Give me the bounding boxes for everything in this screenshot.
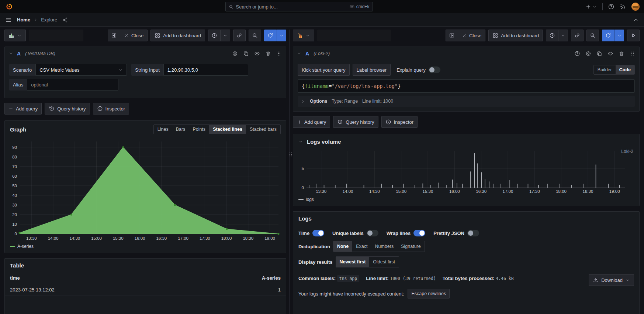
- drag-handle-icon[interactable]: [630, 51, 636, 57]
- alias-field[interactable]: optional: [27, 79, 118, 91]
- right-zoom-out-button[interactable]: [586, 30, 599, 41]
- inspector-button[interactable]: Inspector: [381, 116, 418, 128]
- query-options-row[interactable]: Options Type: Range Line limit: 1000: [298, 96, 635, 107]
- news-icon[interactable]: [620, 3, 626, 10]
- svg-text:19:00: 19:00: [609, 189, 620, 194]
- dedup-signature[interactable]: Signature: [397, 241, 425, 252]
- col-a-series[interactable]: A-series: [262, 275, 281, 281]
- display-newest-first[interactable]: Newest first: [336, 257, 370, 267]
- right-time-picker-button[interactable]: [546, 30, 558, 41]
- mode-stacked-lines[interactable]: Stacked lines: [209, 125, 246, 134]
- display-oldest-first[interactable]: Oldest first: [369, 257, 399, 267]
- dedup-none[interactable]: None: [333, 241, 352, 252]
- col-time[interactable]: time: [10, 275, 20, 281]
- right-share-link-button[interactable]: [571, 30, 584, 41]
- collapse-chevron-icon[interactable]: [633, 17, 639, 23]
- help-icon[interactable]: [608, 3, 614, 10]
- left-add-to-dashboard-button[interactable]: Add to dashboard: [150, 30, 205, 41]
- left-datasource-picker[interactable]: [4, 30, 26, 41]
- string-input-field[interactable]: 1,20,90,30,5,0: [163, 64, 248, 76]
- mode-points[interactable]: Points: [189, 125, 209, 134]
- right-pane: Close Add to dashboard: [293, 30, 640, 314]
- drag-handle-icon[interactable]: [276, 51, 282, 57]
- time-toggle[interactable]: [312, 230, 324, 236]
- mode-bars[interactable]: Bars: [172, 125, 189, 134]
- left-close-button[interactable]: Close: [120, 30, 148, 41]
- right-close-button[interactable]: Close: [458, 30, 485, 41]
- datasource-name-area[interactable]: [29, 30, 83, 41]
- cell-time: 2023-07-25 13:12:02: [10, 287, 55, 293]
- prettify-json-toggle[interactable]: [467, 230, 479, 236]
- dedup-exact[interactable]: Exact: [352, 241, 371, 252]
- left-share-link-button[interactable]: [233, 30, 246, 41]
- left-run-interval-chevron[interactable]: [277, 30, 286, 41]
- right-run-interval-chevron[interactable]: [614, 30, 624, 41]
- duplicate-query-icon[interactable]: [596, 51, 602, 57]
- toggle-visibility-icon[interactable]: [607, 51, 613, 57]
- collapse-query-icon[interactable]: [297, 51, 302, 56]
- unique-labels-toggle[interactable]: [367, 230, 378, 236]
- scenario-select[interactable]: CSV Metric Values: [35, 64, 127, 76]
- table-header-row: time A-series: [5, 272, 286, 284]
- escape-newlines-button[interactable]: Escape newlines: [408, 289, 450, 298]
- logs-volume-legend[interactable]: logs: [293, 196, 639, 206]
- left-time-picker-button[interactable]: [208, 30, 221, 41]
- delete-query-icon[interactable]: [619, 51, 624, 57]
- logql-query-input[interactable]: {filename="/var/log/tns-app.log"}: [298, 79, 635, 93]
- mode-lines[interactable]: Lines: [154, 125, 172, 134]
- code-tab[interactable]: Code: [616, 65, 634, 74]
- collapse-query-icon[interactable]: [8, 51, 13, 56]
- label-browser-button[interactable]: Label browser: [353, 64, 391, 76]
- breadcrumb-explore[interactable]: Explore: [41, 17, 57, 23]
- toggle-visibility-icon[interactable]: [254, 51, 260, 57]
- search-input[interactable]: Search or jump to... cmd+k: [225, 2, 373, 11]
- search-icon: [229, 4, 233, 9]
- grafana-logo-icon[interactable]: [6, 3, 13, 10]
- right-time-picker-chevron[interactable]: [558, 30, 568, 41]
- kick-start-button[interactable]: Kick start your query: [298, 64, 350, 76]
- new-button[interactable]: [585, 4, 597, 10]
- disable-query-icon[interactable]: [585, 51, 591, 57]
- user-avatar[interactable]: [631, 3, 640, 11]
- live-tail-button[interactable]: [627, 30, 640, 41]
- pane-splitter[interactable]: [286, 30, 293, 314]
- query-history-button[interactable]: Query history: [45, 103, 90, 115]
- help-icon[interactable]: [574, 51, 580, 57]
- add-query-button[interactable]: Add query: [4, 103, 42, 115]
- datasource-name-area[interactable]: [317, 30, 391, 41]
- query-ref-id[interactable]: A: [305, 51, 309, 57]
- svg-text:90: 90: [12, 145, 17, 150]
- menu-icon[interactable]: [5, 17, 12, 23]
- right-datasource-picker[interactable]: [293, 30, 314, 41]
- explain-query-toggle[interactable]: [429, 66, 440, 73]
- query-history-button[interactable]: Query history: [333, 116, 378, 128]
- left-zoom-out-button[interactable]: [249, 30, 261, 41]
- mode-stacked-bars[interactable]: Stacked bars: [246, 125, 280, 134]
- left-pane: Close Add to dashboard: [4, 30, 286, 314]
- move-pane-right-button[interactable]: [108, 30, 120, 41]
- share-icon[interactable]: [62, 17, 68, 23]
- duplicate-query-icon[interactable]: [243, 51, 249, 57]
- logs-volume-header[interactable]: Logs volume: [293, 134, 639, 146]
- svg-text:0: 0: [302, 185, 304, 190]
- graph-legend[interactable]: A-series: [5, 243, 286, 253]
- chevron-right-icon: [301, 99, 305, 104]
- builder-tab[interactable]: Builder: [594, 65, 616, 74]
- disable-query-icon[interactable]: [232, 51, 238, 57]
- logs-controls: Time Unique labels Wrap lines Prettify J…: [293, 226, 639, 267]
- dedup-numbers[interactable]: Numbers: [371, 241, 397, 252]
- left-time-picker-chevron[interactable]: [221, 30, 230, 41]
- breadcrumb-home[interactable]: Home: [17, 17, 30, 23]
- query-ref-id[interactable]: A: [17, 51, 21, 57]
- wrap-lines-toggle[interactable]: [413, 230, 425, 236]
- download-button[interactable]: Download: [589, 274, 634, 286]
- add-query-button[interactable]: Add query: [293, 116, 330, 128]
- table-row[interactable]: 2023-07-25 13:12:02 1: [5, 284, 286, 296]
- left-run-query-button[interactable]: [264, 30, 277, 41]
- string-input-label: String Input: [131, 64, 163, 76]
- right-add-to-dashboard-button[interactable]: Add to dashboard: [488, 30, 543, 41]
- move-pane-left-button[interactable]: [446, 30, 458, 41]
- inspector-button[interactable]: Inspector: [93, 103, 129, 115]
- delete-query-icon[interactable]: [265, 51, 271, 57]
- right-run-query-button[interactable]: [602, 30, 614, 41]
